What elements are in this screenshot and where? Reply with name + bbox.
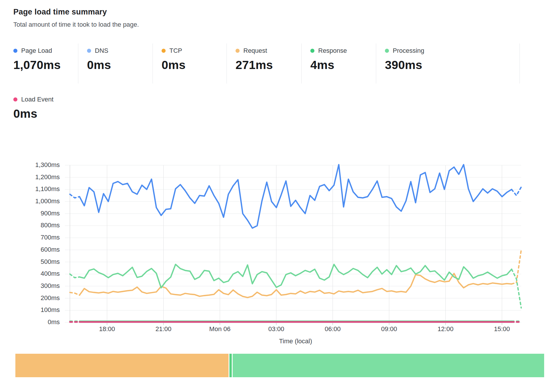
- y-axis-tick-label: 200ms: [16, 294, 60, 302]
- page-load-line-head-dash: [70, 194, 79, 198]
- x-axis-tick-label: 21:00: [140, 325, 187, 333]
- timing-distribution-bar: [15, 354, 544, 377]
- y-axis-tick-label: 500ms: [16, 258, 60, 266]
- timing-bar-segment-request-share: [15, 354, 229, 377]
- timing-bar-segment-processing-share: [233, 354, 544, 377]
- y-axis-tick-label: 1,300ms: [16, 161, 60, 169]
- y-axis-tick-label: 900ms: [16, 210, 60, 217]
- processing-line-head-dash: [70, 274, 79, 278]
- y-axis-tick-label: 1,100ms: [16, 185, 60, 193]
- page-load-line: [79, 165, 512, 228]
- y-axis-tick-label: 300ms: [16, 282, 60, 290]
- x-axis-tick-label: 03:00: [253, 325, 300, 333]
- y-axis-tick-label: 700ms: [16, 234, 60, 241]
- y-axis-tick-label: 1,000ms: [16, 197, 60, 205]
- y-axis-tick-label: 800ms: [16, 222, 60, 229]
- x-axis-tick-label: 06:00: [309, 325, 356, 333]
- x-axis-tick-label: 18:00: [84, 325, 130, 333]
- load-time-line-chart: [0, 0, 554, 392]
- x-axis-tick-label: 09:00: [366, 325, 412, 333]
- x-axis-tick-label: 15:00: [479, 325, 525, 333]
- y-axis-tick-label: 1,200ms: [16, 173, 60, 181]
- x-axis-tick-label: Mon 06: [197, 325, 243, 333]
- x-axis-tick-label: 12:00: [422, 325, 469, 333]
- x-axis-title: Time (local): [252, 337, 339, 345]
- y-axis-tick-label: 600ms: [16, 246, 60, 253]
- processing-line-tail-dash: [512, 269, 521, 308]
- page-load-line-tail-dash: [512, 187, 521, 195]
- request-line-head-dash: [70, 293, 79, 295]
- timing-bar-segment-response-share: [229, 354, 232, 377]
- page-load-summary-panel: Page load time summary Total amount of t…: [0, 0, 554, 392]
- y-axis-tick-label: 0ms: [16, 318, 60, 326]
- processing-line: [79, 264, 512, 288]
- y-axis-tick-label: 400ms: [16, 270, 60, 277]
- y-axis-tick-label: 100ms: [16, 306, 60, 314]
